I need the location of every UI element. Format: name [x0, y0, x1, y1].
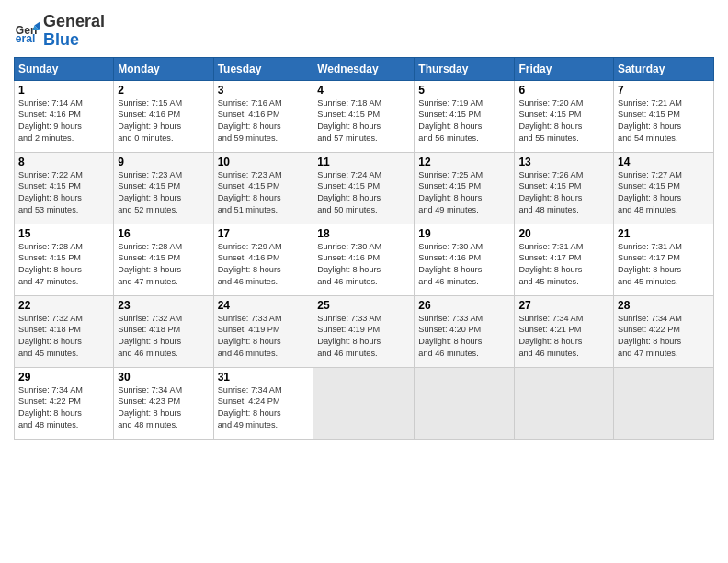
day-info: Sunrise: 7:15 AM Sunset: 4:16 PM Dayligh…: [118, 98, 209, 145]
day-cell: 18Sunrise: 7:30 AM Sunset: 4:16 PM Dayli…: [313, 224, 415, 295]
day-cell: 23Sunrise: 7:32 AM Sunset: 4:18 PM Dayli…: [114, 295, 213, 367]
day-info: Sunrise: 7:29 AM Sunset: 4:16 PM Dayligh…: [218, 241, 310, 289]
day-number: 30: [118, 371, 209, 384]
day-info: Sunrise: 7:34 AM Sunset: 4:22 PM Dayligh…: [618, 313, 710, 361]
day-info: Sunrise: 7:34 AM Sunset: 4:24 PM Dayligh…: [218, 385, 310, 432]
day-cell: [313, 367, 415, 439]
day-number: 10: [218, 155, 310, 168]
day-number: 6: [518, 84, 609, 97]
day-info: Sunrise: 7:22 AM Sunset: 4:15 PM Dayligh…: [18, 169, 109, 217]
svg-text:eral: eral: [16, 32, 36, 44]
col-header-thursday: Thursday: [415, 57, 515, 80]
day-info: Sunrise: 7:33 AM Sunset: 4:20 PM Dayligh…: [418, 313, 510, 361]
day-info: Sunrise: 7:23 AM Sunset: 4:15 PM Dayligh…: [118, 169, 209, 217]
day-info: Sunrise: 7:23 AM Sunset: 4:15 PM Dayligh…: [218, 169, 310, 217]
col-header-sunday: Sunday: [15, 57, 114, 80]
day-info: Sunrise: 7:14 AM Sunset: 4:16 PM Dayligh…: [18, 98, 109, 145]
calendar-table: SundayMondayTuesdayWednesdayThursdayFrid…: [14, 57, 714, 440]
day-number: 13: [518, 155, 609, 168]
day-cell: [415, 367, 515, 439]
day-cell: [614, 367, 714, 439]
day-number: 26: [418, 299, 510, 312]
header: Gen eral General Blue: [14, 9, 714, 50]
day-cell: [515, 367, 614, 439]
day-number: 18: [317, 227, 410, 240]
day-number: 22: [18, 299, 109, 312]
day-cell: 8Sunrise: 7:22 AM Sunset: 4:15 PM Daylig…: [15, 152, 114, 224]
day-number: 2: [118, 84, 209, 97]
day-number: 16: [118, 227, 209, 240]
week-row-1: 1Sunrise: 7:14 AM Sunset: 4:16 PM Daylig…: [15, 80, 714, 152]
day-info: Sunrise: 7:33 AM Sunset: 4:19 PM Dayligh…: [218, 313, 310, 361]
day-cell: 17Sunrise: 7:29 AM Sunset: 4:16 PM Dayli…: [213, 224, 313, 295]
day-number: 23: [118, 299, 209, 312]
day-number: 17: [218, 227, 310, 240]
day-cell: 27Sunrise: 7:34 AM Sunset: 4:21 PM Dayli…: [515, 295, 614, 367]
day-cell: 1Sunrise: 7:14 AM Sunset: 4:16 PM Daylig…: [15, 80, 114, 152]
day-number: 7: [618, 84, 710, 97]
logo-icon: Gen eral: [14, 18, 40, 44]
day-number: 12: [418, 155, 510, 168]
day-info: Sunrise: 7:16 AM Sunset: 4:16 PM Dayligh…: [218, 98, 310, 145]
day-number: 14: [618, 155, 710, 168]
day-cell: 22Sunrise: 7:32 AM Sunset: 4:18 PM Dayli…: [15, 295, 114, 367]
col-header-tuesday: Tuesday: [213, 57, 313, 80]
day-cell: 5Sunrise: 7:19 AM Sunset: 4:15 PM Daylig…: [415, 80, 515, 152]
day-cell: 13Sunrise: 7:26 AM Sunset: 4:15 PM Dayli…: [515, 152, 614, 224]
day-cell: 26Sunrise: 7:33 AM Sunset: 4:20 PM Dayli…: [415, 295, 515, 367]
day-info: Sunrise: 7:20 AM Sunset: 4:15 PM Dayligh…: [518, 98, 609, 145]
day-cell: 24Sunrise: 7:33 AM Sunset: 4:19 PM Dayli…: [213, 295, 313, 367]
day-number: 15: [18, 227, 109, 240]
day-cell: 19Sunrise: 7:30 AM Sunset: 4:16 PM Dayli…: [415, 224, 515, 295]
day-info: Sunrise: 7:30 AM Sunset: 4:16 PM Dayligh…: [317, 241, 410, 289]
day-info: Sunrise: 7:31 AM Sunset: 4:17 PM Dayligh…: [618, 241, 710, 289]
day-number: 27: [518, 299, 609, 312]
day-number: 20: [518, 227, 609, 240]
day-number: 11: [317, 155, 410, 168]
day-cell: 15Sunrise: 7:28 AM Sunset: 4:15 PM Dayli…: [15, 224, 114, 295]
day-number: 4: [317, 84, 410, 97]
day-cell: 12Sunrise: 7:25 AM Sunset: 4:15 PM Dayli…: [415, 152, 515, 224]
day-info: Sunrise: 7:19 AM Sunset: 4:15 PM Dayligh…: [418, 98, 510, 145]
day-number: 9: [118, 155, 209, 168]
day-cell: 7Sunrise: 7:21 AM Sunset: 4:15 PM Daylig…: [614, 80, 714, 152]
day-info: Sunrise: 7:32 AM Sunset: 4:18 PM Dayligh…: [118, 313, 209, 361]
day-cell: 21Sunrise: 7:31 AM Sunset: 4:17 PM Dayli…: [614, 224, 714, 295]
day-number: 24: [218, 299, 310, 312]
day-info: Sunrise: 7:21 AM Sunset: 4:15 PM Dayligh…: [618, 98, 710, 145]
day-number: 21: [618, 227, 710, 240]
day-cell: 16Sunrise: 7:28 AM Sunset: 4:15 PM Dayli…: [114, 224, 213, 295]
day-info: Sunrise: 7:27 AM Sunset: 4:15 PM Dayligh…: [618, 169, 710, 217]
day-info: Sunrise: 7:28 AM Sunset: 4:15 PM Dayligh…: [18, 241, 109, 289]
day-number: 3: [218, 84, 310, 97]
day-cell: 14Sunrise: 7:27 AM Sunset: 4:15 PM Dayli…: [614, 152, 714, 224]
day-cell: 6Sunrise: 7:20 AM Sunset: 4:15 PM Daylig…: [515, 80, 614, 152]
day-info: Sunrise: 7:18 AM Sunset: 4:15 PM Dayligh…: [317, 98, 410, 145]
day-info: Sunrise: 7:25 AM Sunset: 4:15 PM Dayligh…: [418, 169, 510, 217]
day-cell: 28Sunrise: 7:34 AM Sunset: 4:22 PM Dayli…: [614, 295, 714, 367]
week-row-4: 22Sunrise: 7:32 AM Sunset: 4:18 PM Dayli…: [15, 295, 714, 367]
calendar-body: 1Sunrise: 7:14 AM Sunset: 4:16 PM Daylig…: [15, 80, 714, 439]
col-header-friday: Friday: [515, 57, 614, 80]
day-number: 19: [418, 227, 510, 240]
day-info: Sunrise: 7:34 AM Sunset: 4:21 PM Dayligh…: [518, 313, 609, 361]
col-header-monday: Monday: [114, 57, 213, 80]
col-header-saturday: Saturday: [614, 57, 714, 80]
day-cell: 31Sunrise: 7:34 AM Sunset: 4:24 PM Dayli…: [213, 367, 313, 439]
day-info: Sunrise: 7:31 AM Sunset: 4:17 PM Dayligh…: [518, 241, 609, 289]
day-cell: 11Sunrise: 7:24 AM Sunset: 4:15 PM Dayli…: [313, 152, 415, 224]
day-info: Sunrise: 7:24 AM Sunset: 4:15 PM Dayligh…: [317, 169, 410, 217]
day-number: 1: [18, 84, 109, 97]
day-number: 25: [317, 299, 410, 312]
week-row-2: 8Sunrise: 7:22 AM Sunset: 4:15 PM Daylig…: [15, 152, 714, 224]
day-number: 5: [418, 84, 510, 97]
day-cell: 3Sunrise: 7:16 AM Sunset: 4:16 PM Daylig…: [213, 80, 313, 152]
day-info: Sunrise: 7:32 AM Sunset: 4:18 PM Dayligh…: [18, 313, 109, 361]
day-cell: 29Sunrise: 7:34 AM Sunset: 4:22 PM Dayli…: [15, 367, 114, 439]
day-cell: 4Sunrise: 7:18 AM Sunset: 4:15 PM Daylig…: [313, 80, 415, 152]
day-cell: 10Sunrise: 7:23 AM Sunset: 4:15 PM Dayli…: [213, 152, 313, 224]
logo-text: General Blue: [43, 13, 105, 50]
column-headers: SundayMondayTuesdayWednesdayThursdayFrid…: [15, 57, 714, 80]
day-number: 29: [18, 371, 109, 384]
day-cell: 20Sunrise: 7:31 AM Sunset: 4:17 PM Dayli…: [515, 224, 614, 295]
